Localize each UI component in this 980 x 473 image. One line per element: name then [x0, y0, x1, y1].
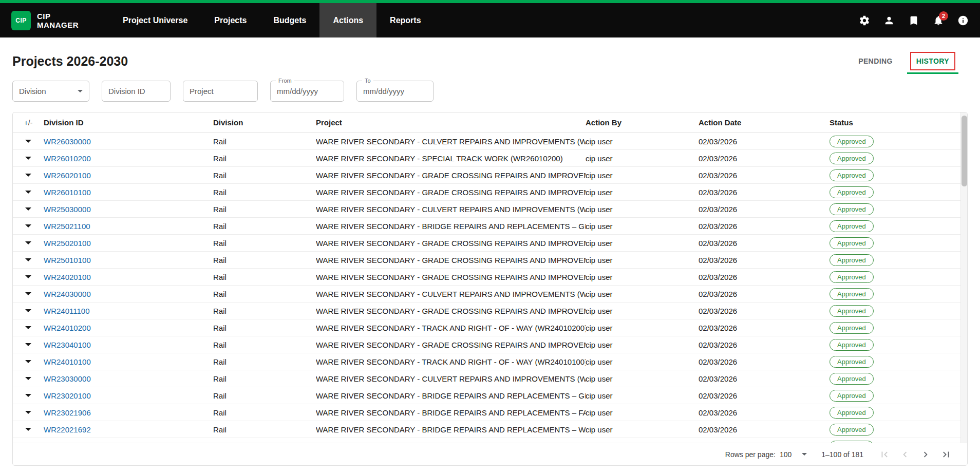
last-page-icon[interactable] [939, 448, 953, 461]
row-expand-button[interactable] [13, 258, 44, 261]
brand[interactable]: CIP CIP MANAGER [11, 11, 79, 30]
tab-history[interactable]: HISTORY [911, 53, 954, 69]
project-cell: WARE RIVER SECONDARY - TRACK AND RIGHT -… [316, 442, 586, 443]
division-cell: Rail [213, 154, 316, 163]
row-expand-button[interactable] [13, 394, 44, 397]
table-row: WR25010100 Rail WARE RIVER SECONDARY - G… [13, 252, 967, 269]
division-id-link[interactable]: WR23021906 [44, 408, 213, 417]
division-id-link[interactable]: WR26030000 [44, 137, 213, 146]
division-select[interactable]: Division [12, 81, 89, 102]
row-expand-button[interactable] [13, 292, 44, 295]
division-id-link[interactable]: WR24020100 [44, 273, 213, 281]
division-id-link[interactable]: WR25030000 [44, 205, 213, 214]
project-input[interactable] [190, 87, 251, 96]
project-field [183, 81, 258, 102]
table-row: WR23040100 Rail WARE RIVER SECONDARY - G… [13, 336, 967, 353]
row-expand-button[interactable] [13, 207, 44, 211]
vertical-scrollbar[interactable] [960, 112, 967, 443]
header-status: Status [830, 118, 958, 127]
row-expand-button[interactable] [13, 191, 44, 194]
division-id-input[interactable] [108, 87, 164, 96]
row-expand-button[interactable] [13, 309, 44, 312]
action-by-cell: cip user [586, 324, 699, 332]
division-id-link[interactable]: WR26020100 [44, 171, 213, 180]
date-to-field: To [356, 81, 434, 102]
project-cell: WARE RIVER SECONDARY - BRIDGE REPAIRS AN… [316, 391, 586, 400]
notifications-icon[interactable]: 2 [933, 15, 944, 26]
table-row: WR23030000 Rail WARE RIVER SECONDARY - C… [13, 370, 967, 387]
date-to-label: To [362, 78, 373, 84]
division-id-link[interactable]: WR23020100 [44, 391, 213, 400]
division-id-link[interactable]: WR23040100 [44, 340, 213, 349]
division-id-link[interactable]: WR25010100 [44, 256, 213, 264]
status-badge: Approved [830, 305, 874, 317]
date-to-input[interactable] [363, 87, 427, 96]
division-id-link[interactable]: WR25021100 [44, 222, 213, 231]
status-badge: Approved [830, 288, 874, 300]
division-id-link[interactable]: WR26010200 [44, 154, 213, 163]
next-page-icon[interactable] [919, 448, 932, 461]
account-icon[interactable] [883, 15, 895, 26]
tab-pending[interactable]: PENDING [853, 53, 898, 69]
row-expand-button[interactable] [13, 275, 44, 278]
nav-item-projects[interactable]: Projects [201, 3, 260, 37]
division-cell: Rail [213, 425, 316, 434]
row-expand-button[interactable] [13, 377, 44, 380]
project-cell: WARE RIVER SECONDARY - GRADE CROSSING RE… [316, 340, 586, 349]
row-expand-button[interactable] [13, 224, 44, 228]
header-division: Division [213, 118, 316, 127]
table-row: WR25030000 Rail WARE RIVER SECONDARY - C… [13, 201, 967, 218]
row-expand-button[interactable] [13, 174, 44, 177]
previous-page-icon[interactable] [898, 448, 912, 461]
cip-logo: CIP [11, 11, 31, 30]
division-id-link[interactable]: WR22010100 [44, 442, 213, 443]
header-division-id: Division ID [44, 118, 213, 127]
division-id-link[interactable]: WR23030000 [44, 374, 213, 383]
row-expand-button[interactable] [13, 411, 44, 414]
project-cell: WARE RIVER SECONDARY - CULVERT REPAIRS A… [316, 290, 586, 298]
status-cell: Approved [830, 339, 958, 351]
gear-icon[interactable] [859, 15, 870, 26]
action-date-cell: 02/03/2026 [699, 137, 830, 146]
division-id-link[interactable]: WR26010100 [44, 188, 213, 197]
row-expand-button[interactable] [13, 241, 44, 244]
notification-badge: 2 [939, 11, 948, 21]
division-id-link[interactable]: WR25020100 [44, 239, 213, 248]
rows-per-page-select[interactable]: 100 [780, 450, 807, 459]
division-id-link[interactable]: WR22021692 [44, 425, 213, 434]
date-from-input[interactable] [277, 87, 337, 96]
action-date-cell: 02/03/2026 [699, 290, 830, 298]
row-expand-button[interactable] [13, 428, 44, 431]
table-row: WR24020100 Rail WARE RIVER SECONDARY - G… [13, 269, 967, 286]
nav-item-actions[interactable]: Actions [319, 3, 376, 37]
row-expand-button[interactable] [13, 343, 44, 346]
nav-item-project-universe[interactable]: Project Universe [109, 3, 201, 37]
topbar-icons: 2 [859, 15, 969, 26]
status-badge: Approved [830, 390, 874, 402]
row-expand-button[interactable] [13, 326, 44, 329]
info-icon[interactable] [957, 15, 969, 26]
status-cell: Approved [830, 254, 958, 266]
row-expand-button[interactable] [13, 157, 44, 160]
action-date-cell: 02/03/2026 [699, 408, 830, 417]
row-expand-button[interactable] [13, 360, 44, 363]
status-cell: Approved [830, 407, 958, 419]
division-cell: Rail [213, 442, 316, 443]
division-id-link[interactable]: WR24010200 [44, 324, 213, 332]
bookmark-icon[interactable] [908, 15, 919, 26]
status-cell: Approved [830, 288, 958, 300]
scrollbar-thumb[interactable] [962, 116, 967, 186]
first-page-icon[interactable] [878, 448, 891, 461]
division-id-link[interactable]: WR24010100 [44, 357, 213, 366]
brand-name-line1: CIP [37, 12, 79, 21]
division-id-link[interactable]: WR24011100 [44, 307, 213, 315]
table-row: WR26010100 Rail WARE RIVER SECONDARY - G… [13, 184, 967, 201]
brand-name: CIP MANAGER [37, 12, 79, 29]
action-date-cell: 02/03/2026 [699, 324, 830, 332]
table-row: WR26030000 Rail WARE RIVER SECONDARY - C… [13, 133, 967, 150]
action-by-cell: cip user [586, 239, 699, 248]
row-expand-button[interactable] [13, 140, 44, 143]
nav-item-reports[interactable]: Reports [376, 3, 434, 37]
division-id-link[interactable]: WR24030000 [44, 290, 213, 298]
nav-item-budgets[interactable]: Budgets [260, 3, 319, 37]
